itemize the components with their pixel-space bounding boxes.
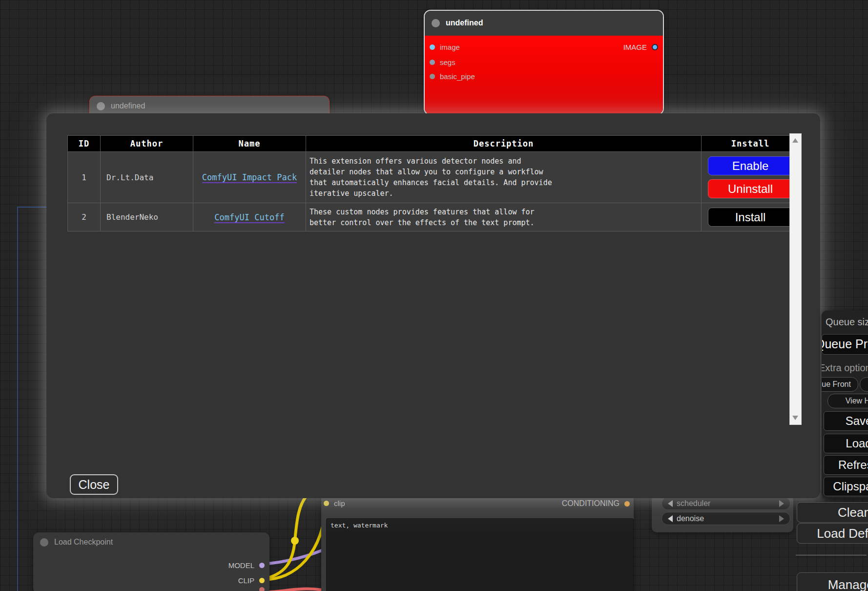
cell-name: ComfyUI Cutoff	[193, 203, 306, 232]
refresh-button[interactable]: Refresh	[824, 455, 868, 475]
arrow-right-icon[interactable]	[779, 500, 784, 507]
clipspace-button[interactable]: Clipspace	[824, 477, 868, 496]
cell-install: Install	[702, 203, 800, 232]
header-install: Install	[702, 136, 800, 152]
cell-author: Dr.Lt.Data	[101, 152, 193, 203]
node-header[interactable]: undefined	[90, 96, 329, 116]
image-input-dot[interactable]	[430, 44, 435, 50]
image-output-dot[interactable]	[652, 44, 658, 50]
arrow-left-icon[interactable]	[668, 515, 673, 522]
collapse-dot-icon[interactable]	[97, 102, 105, 110]
header-author: Author	[101, 136, 193, 152]
model-output-dot[interactable]	[259, 563, 265, 568]
load-button[interactable]: Load	[824, 434, 868, 453]
widget-label: scheduler	[677, 499, 710, 508]
comfy-menu-panel: Queue size: Queue Prompt Extra options Q…	[822, 311, 868, 498]
output-slot-clip: CLIP	[238, 576, 265, 585]
enable-button[interactable]: Enable	[708, 156, 793, 175]
cell-install: Enable Uninstall	[702, 152, 800, 203]
uninstall-button[interactable]: Uninstall	[708, 179, 793, 198]
scroll-down-icon[interactable]	[792, 416, 798, 420]
widget-label: denoise	[677, 514, 704, 523]
cell-name: ComfyUI Impact Pack	[193, 152, 306, 203]
cell-author: BlenderNeko	[101, 203, 193, 232]
slot-label: CONDITIONING	[562, 499, 620, 508]
collapse-dot-icon[interactable]	[40, 538, 48, 547]
custom-nodes-manager-dialog: ID Author Name Description Install 1 Dr.…	[46, 113, 820, 498]
node-ksampler[interactable]: scheduler denoise	[652, 495, 793, 532]
input-slot-basic-pipe: basic_pipe	[430, 72, 475, 81]
cell-id: 1	[68, 152, 101, 203]
view-history-button[interactable]: View History	[827, 394, 868, 408]
header-description: Description	[306, 136, 702, 152]
manager-button[interactable]: Manager	[797, 572, 868, 591]
node-header[interactable]: undefined	[425, 11, 663, 35]
prompt-textarea[interactable]: text, watermark	[326, 518, 634, 591]
output-slot-image: IMAGE	[623, 43, 658, 51]
segs-input-dot[interactable]	[430, 60, 435, 65]
save-button[interactable]: Save	[824, 411, 868, 431]
extension-link[interactable]: ComfyUI Cutoff	[214, 212, 284, 223]
cell-description: These custom nodes provides features tha…	[306, 203, 702, 232]
arrow-left-icon[interactable]	[668, 500, 673, 507]
table-scrollbar[interactable]	[789, 133, 802, 425]
collapse-dot-icon[interactable]	[432, 19, 440, 27]
queue-size-label: Queue size:	[826, 317, 868, 328]
table-row: 2 BlenderNeko ComfyUI Cutoff These custo…	[68, 203, 800, 232]
arrow-right-icon[interactable]	[779, 515, 784, 522]
cell-id: 2	[68, 203, 101, 232]
slot-label: clip	[334, 499, 345, 507]
menu-divider	[796, 555, 867, 555]
node-undefined-hidden[interactable]: undefined	[89, 96, 330, 116]
install-button[interactable]: Install	[708, 208, 793, 227]
node-clip-text-encode[interactable]: clip CONDITIONING text, watermark	[321, 494, 634, 591]
scroll-up-icon[interactable]	[792, 138, 798, 143]
input-slot-image: image	[430, 43, 460, 51]
slot-label: CLIP	[238, 576, 254, 585]
vae-output-dot[interactable]	[259, 587, 265, 591]
node-header[interactable]: Load Checkpoint	[33, 532, 269, 552]
extra-options-label: Extra options	[822, 362, 868, 374]
input-slot-clip: clip	[324, 499, 345, 507]
queue-prompt-button[interactable]: Queue Prompt	[822, 334, 868, 355]
conditioning-output-dot[interactable]	[624, 501, 630, 507]
clip-input-dot[interactable]	[324, 501, 329, 506]
denoise-widget[interactable]: denoise	[661, 512, 790, 525]
slot-label: basic_pipe	[440, 72, 475, 81]
output-slot-conditioning: CONDITIONING	[562, 499, 630, 508]
table-header-row: ID Author Name Description Install	[68, 136, 800, 152]
clear-button[interactable]: Clear	[797, 502, 868, 523]
cell-description: This extension offers various detector n…	[306, 152, 702, 203]
node-title: undefined	[111, 102, 145, 110]
slot-label: MODEL	[228, 561, 254, 570]
header-name: Name	[193, 136, 306, 152]
queue-prompt-label: Queue Prompt	[822, 337, 868, 351]
view-queue-button[interactable]	[860, 377, 868, 392]
node-undefined-error[interactable]: undefined image segs basic_pipe IMAGE	[424, 10, 664, 115]
clip-output-dot[interactable]	[259, 578, 265, 583]
basic-pipe-input-dot[interactable]	[430, 74, 435, 79]
scheduler-widget[interactable]: scheduler	[661, 497, 790, 510]
close-button[interactable]: Close	[70, 474, 118, 495]
output-slot-model: MODEL	[228, 561, 265, 570]
node-title: Load Checkpoint	[54, 538, 113, 547]
extensions-table: ID Author Name Description Install 1 Dr.…	[67, 135, 800, 232]
extension-link[interactable]: ComfyUI Impact Pack	[202, 172, 297, 183]
slot-label: IMAGE	[623, 43, 647, 51]
queue-front-button[interactable]: Queue Front	[822, 377, 858, 392]
table-row: 1 Dr.Lt.Data ComfyUI Impact Pack This ex…	[68, 152, 800, 203]
node-load-checkpoint[interactable]: Load Checkpoint MODEL CLIP	[33, 532, 269, 591]
load-default-button[interactable]: Load Default	[797, 523, 868, 544]
slot-label: segs	[440, 58, 455, 66]
slot-label: image	[440, 43, 460, 51]
header-id: ID	[68, 136, 101, 152]
output-slot-vae	[259, 587, 265, 591]
node-title: undefined	[446, 19, 483, 27]
input-slot-segs: segs	[430, 58, 455, 66]
